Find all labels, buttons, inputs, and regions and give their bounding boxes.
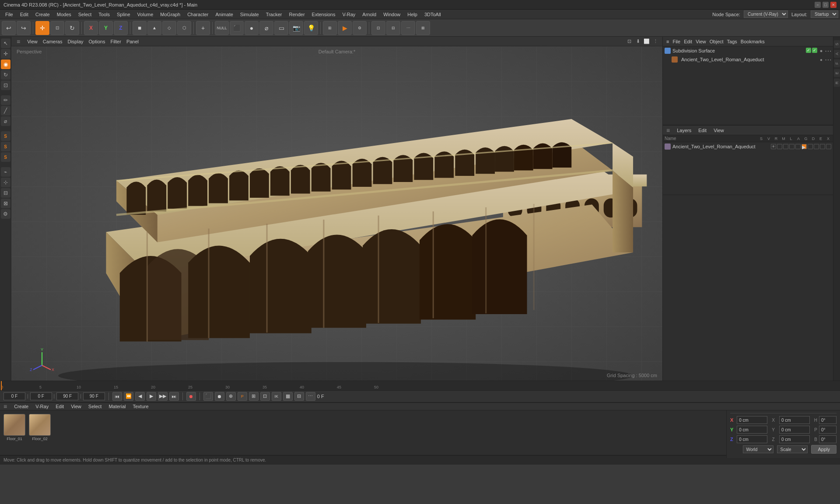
point-mode-button[interactable]: ▲ bbox=[147, 21, 161, 35]
far-right-tab-e[interactable]: E bbox=[834, 69, 840, 77]
layer-icon-r[interactable] bbox=[783, 144, 788, 149]
layers-hamburger[interactable]: ≡ bbox=[665, 127, 672, 134]
minimize-button[interactable]: − bbox=[815, 2, 821, 8]
menu-character[interactable]: Character bbox=[184, 11, 212, 18]
viewport-menu-options[interactable]: Options bbox=[89, 39, 105, 44]
menu-window[interactable]: Window bbox=[380, 11, 404, 18]
menu-arnold[interactable]: Arnold bbox=[359, 11, 380, 18]
tool-s2[interactable]: S bbox=[1, 142, 10, 151]
coord-system-select[interactable]: World Object Global bbox=[743, 445, 774, 453]
layer-icon-e[interactable] bbox=[820, 144, 825, 149]
menu-file[interactable]: File bbox=[2, 11, 17, 18]
plane-button[interactable]: ▭ bbox=[274, 21, 288, 35]
poly-select-button[interactable]: ⊠ bbox=[416, 21, 430, 35]
tool-settings[interactable]: ⚙ bbox=[1, 209, 10, 219]
viewport-menu-icon[interactable]: ≡ bbox=[15, 38, 22, 45]
obj-mgr-bookmarks[interactable]: Bookmarks bbox=[741, 39, 765, 44]
bottom-tab-material[interactable]: Material bbox=[107, 403, 127, 410]
layout-select[interactable]: Startup bbox=[811, 10, 838, 18]
menu-tracker[interactable]: Tracker bbox=[262, 11, 286, 18]
menu-select[interactable]: Select bbox=[75, 11, 95, 18]
layer-icon-eye[interactable]: 👁 bbox=[771, 144, 776, 149]
frame-start-input[interactable] bbox=[30, 392, 52, 400]
obj-mgr-hamburger[interactable]: ≡ bbox=[666, 39, 669, 44]
coord-z-pos[interactable] bbox=[737, 435, 767, 443]
tool-line[interactable]: ╱ bbox=[1, 106, 10, 116]
tool-scale[interactable]: ⊡ bbox=[1, 80, 10, 90]
tool-layer2[interactable]: ⊠ bbox=[1, 199, 10, 208]
far-right-tab-r[interactable]: R bbox=[834, 79, 840, 87]
transport-prev-frame[interactable]: ◀ bbox=[135, 392, 145, 401]
menu-animate[interactable]: Animate bbox=[212, 11, 236, 18]
viewport-menu-display[interactable]: Display bbox=[67, 39, 83, 44]
poly-mode-button[interactable]: ⬡ bbox=[177, 21, 191, 35]
menu-create[interactable]: Create bbox=[32, 11, 53, 18]
menu-mograph[interactable]: MoGraph bbox=[157, 11, 184, 18]
tool-pen[interactable]: ✏ bbox=[1, 95, 10, 105]
sphere-button[interactable]: ● bbox=[245, 21, 259, 35]
select-all-button[interactable]: ⊡ bbox=[371, 21, 385, 35]
rect-select-button[interactable]: ⊟ bbox=[386, 21, 400, 35]
transport-next-frame[interactable]: ▶▶ bbox=[158, 392, 168, 401]
transport-motion[interactable]: ⊕ bbox=[226, 392, 236, 401]
obj-mgr-object[interactable]: Object bbox=[710, 39, 724, 44]
coord-mode-select[interactable]: Scale Position Rotation bbox=[777, 445, 808, 453]
redo-button[interactable]: ↪ bbox=[17, 21, 31, 35]
menu-extensions[interactable]: Extensions bbox=[308, 11, 339, 18]
bottom-hamburger[interactable]: ≡ bbox=[2, 403, 9, 410]
transport-record[interactable]: ⏺ bbox=[186, 392, 196, 401]
bottom-tab-create[interactable]: Create bbox=[12, 403, 30, 410]
tool-select[interactable]: ◉ bbox=[1, 60, 10, 69]
coord-x-pos[interactable] bbox=[737, 416, 767, 424]
move-tool-button[interactable]: ✛ bbox=[35, 21, 49, 35]
transport-extra1[interactable]: ⊟ bbox=[294, 392, 304, 401]
bottom-tab-edit[interactable]: Edit bbox=[54, 403, 66, 410]
obj-row-aqueduct[interactable]: Ancient_Two_Level_Roman_Aqueduct ● ⋯ bbox=[663, 55, 833, 64]
transport-ik[interactable]: IK bbox=[272, 392, 281, 401]
layer-icon-d[interactable] bbox=[814, 144, 819, 149]
coord-x-rot[interactable] bbox=[779, 416, 810, 424]
menu-help[interactable]: Help bbox=[404, 11, 421, 18]
transport-extra2[interactable]: ⋯ bbox=[306, 392, 315, 401]
viewport-canvas[interactable]: Perspective Default Camera:* Grid Spacin… bbox=[11, 46, 662, 381]
menu-tools[interactable]: Tools bbox=[95, 11, 113, 18]
layers-tab[interactable]: Layers bbox=[675, 127, 693, 134]
tool-shape[interactable]: ⌀ bbox=[1, 116, 10, 126]
menu-modes[interactable]: Modes bbox=[53, 11, 75, 18]
bottom-tab-texture[interactable]: Texture bbox=[131, 403, 150, 410]
viewport-menu-cameras[interactable]: Cameras bbox=[43, 39, 63, 44]
apply-button[interactable]: Apply bbox=[811, 445, 836, 454]
z-axis-button[interactable]: Z bbox=[114, 21, 128, 35]
light-button[interactable]: 💡 bbox=[304, 21, 318, 35]
transport-prev-key[interactable]: ⏪ bbox=[124, 392, 133, 401]
tool-cursor[interactable]: ↖ bbox=[1, 38, 10, 48]
layers-edit[interactable]: Edit bbox=[696, 127, 708, 134]
layer-icon-x[interactable] bbox=[826, 144, 831, 149]
menu-3dtoall[interactable]: 3DToAll bbox=[421, 11, 444, 18]
material-thumb-floor2[interactable] bbox=[29, 414, 51, 436]
obj-check-subdiv[interactable]: ✓ bbox=[806, 48, 811, 53]
tool-brush[interactable]: ⌁ bbox=[1, 167, 10, 177]
layer-icon-l[interactable] bbox=[795, 144, 801, 149]
layer-icon-anim[interactable]: ▶ bbox=[802, 144, 807, 149]
far-right-tab-a[interactable]: A bbox=[834, 50, 840, 58]
frame-end-input2[interactable] bbox=[83, 392, 105, 400]
coord-y-pos[interactable] bbox=[737, 426, 767, 434]
coord-z-rot[interactable] bbox=[779, 435, 810, 443]
transport-play[interactable]: ▶ bbox=[147, 392, 156, 401]
menu-vray[interactable]: V-Ray bbox=[339, 11, 359, 18]
obj-mgr-edit[interactable]: Edit bbox=[684, 39, 692, 44]
render-view-button[interactable]: ⊞ bbox=[323, 21, 337, 35]
y-axis-button[interactable]: Y bbox=[99, 21, 113, 35]
layers-view[interactable]: View bbox=[712, 127, 726, 134]
frame-current-input[interactable] bbox=[4, 392, 25, 400]
coord-p-val[interactable] bbox=[819, 426, 836, 434]
undo-button[interactable]: ↩ bbox=[2, 21, 16, 35]
obj-green-subdiv[interactable]: ✓ bbox=[812, 48, 817, 53]
viewport-icon-fullscreen[interactable]: ⬜ bbox=[643, 38, 650, 45]
viewport-menu-view[interactable]: View bbox=[27, 39, 38, 44]
lasso-select-button[interactable]: ⋯ bbox=[401, 21, 415, 35]
viewport-menu-panel[interactable]: Panel bbox=[126, 39, 139, 44]
null-button[interactable]: NULL bbox=[215, 21, 229, 35]
render-button[interactable]: ▶ bbox=[338, 21, 352, 35]
